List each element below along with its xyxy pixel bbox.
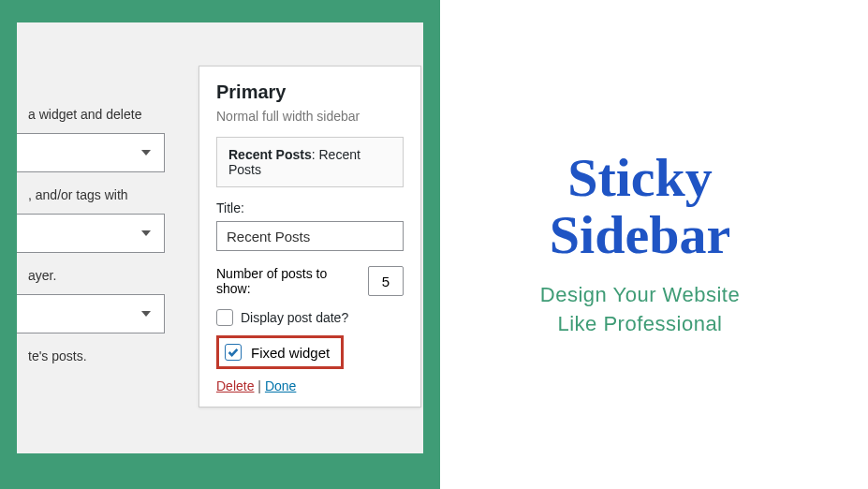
display-date-row[interactable]: Display post date? [216,309,404,326]
primary-sidebar-widget-panel: Primary Normal full width sidebar Recent… [199,66,421,408]
sidebar-title: Primary [216,82,404,103]
done-link[interactable]: Done [265,378,296,393]
fixed-widget-checkbox[interactable] [225,344,242,361]
hint-text: , and/or tags with [17,187,185,202]
num-posts-input[interactable] [368,266,404,296]
chevron-down-icon [141,311,151,317]
promo-right-panel: Sticky Sidebar Design Your Website Like … [440,0,868,489]
widget-dropdown[interactable] [17,294,165,333]
hint-text: a widget and delete [17,107,185,122]
num-posts-label: Number of posts to show: [216,266,360,296]
chevron-down-icon [141,150,151,156]
delete-link[interactable]: Delete [216,378,254,393]
display-date-label: Display post date? [241,310,348,325]
title-input[interactable] [216,221,404,251]
wp-admin-screenshot: a widget and delete , and/or tags with a… [17,22,423,453]
hint-text: te's posts. [17,348,185,363]
sidebar-description: Normal full width sidebar [216,109,404,124]
promo-left-panel: a widget and delete , and/or tags with a… [0,0,440,489]
promo-headline: Sticky Sidebar [550,150,730,264]
widget-dropdown[interactable] [17,214,165,253]
widgets-available-column: a widget and delete , and/or tags with a… [17,22,185,375]
widget-name: Recent Posts [228,147,312,162]
widget-header[interactable]: Recent Posts: Recent Posts [216,137,404,187]
widget-dropdown[interactable] [17,133,165,172]
title-label: Title: [216,200,404,215]
promo-tagline: Design Your Website Like Professional [540,281,740,339]
fixed-widget-label: Fixed widget [251,345,330,361]
fixed-widget-highlight: Fixed widget [216,335,344,369]
separator: | [257,378,265,393]
hint-text: ayer. [17,268,185,283]
display-date-checkbox[interactable] [216,309,233,326]
widget-actions: Delete | Done [216,378,404,393]
chevron-down-icon [141,230,151,236]
